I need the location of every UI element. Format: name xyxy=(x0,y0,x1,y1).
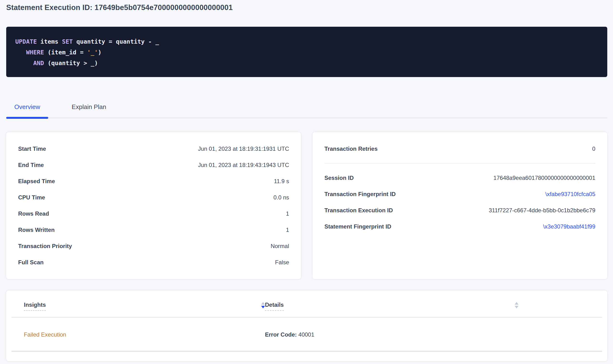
error-code-label: Error Code: xyxy=(265,331,297,338)
metric-row: Elapsed Time11.9 s xyxy=(18,173,289,189)
sql-token-plain: (item_id = xyxy=(44,49,87,56)
sql-line: AND (quantity > _) xyxy=(15,58,598,68)
column-header-insights[interactable]: Insights xyxy=(24,301,265,311)
metric-label: Elapsed Time xyxy=(18,178,55,185)
tab-explain-plan-label: Explain Plan xyxy=(72,103,106,110)
metric-row: Transaction Execution ID311f7227-c667-4d… xyxy=(324,202,595,219)
metric-row: Start TimeJun 01, 2023 at 18:19:31:1931 … xyxy=(18,141,289,157)
sort-down-arrow-icon xyxy=(261,306,265,308)
sql-statement-box: UPDATE items SET quantity = quantity - _… xyxy=(6,27,607,77)
sql-line: UPDATE items SET quantity = quantity - _ xyxy=(15,36,598,47)
sql-line: WHERE (item_id = '_') xyxy=(15,47,598,58)
error-code-value: 40001 xyxy=(297,331,314,338)
insight-details-cell: Error Code: 40001 xyxy=(265,331,519,338)
metric-label: Rows Written xyxy=(18,227,55,233)
sql-token-string: '_' xyxy=(87,49,98,56)
metric-value: 11.9 s xyxy=(274,178,289,185)
sql-token-plain xyxy=(15,49,26,56)
summary-cards-row: Start TimeJun 01, 2023 at 18:19:31:1931 … xyxy=(6,132,607,279)
column-header-details[interactable]: Details xyxy=(265,301,519,311)
metric-row: Rows Written1 xyxy=(18,222,289,238)
overview-metrics-card: Start TimeJun 01, 2023 at 18:19:31:1931 … xyxy=(6,132,301,279)
metric-label: Transaction Priority xyxy=(18,243,72,249)
metric-row: Session ID17648a9eea60178000000000000000… xyxy=(324,170,595,186)
metric-value: 311f7227-c667-4dde-b5bb-0c1b2bbe6c79 xyxy=(489,207,595,214)
sql-token-plain: ) xyxy=(98,49,101,56)
tab-overview[interactable]: Overview xyxy=(6,96,48,117)
insights-table-header: Insights Details xyxy=(12,290,602,317)
metric-label: Full Scan xyxy=(18,259,44,266)
metric-label: CPU Time xyxy=(18,194,45,201)
metric-label: Session ID xyxy=(324,175,354,181)
metric-row: Transaction PriorityNormal xyxy=(18,238,289,254)
card-divider xyxy=(324,163,595,164)
sql-token-plain xyxy=(15,60,33,66)
sort-up-arrow-icon xyxy=(261,302,265,305)
tab-explain-plan[interactable]: Explain Plan xyxy=(64,96,114,117)
metric-label: Transaction Fingerprint ID xyxy=(324,191,396,197)
metric-label: Rows Read xyxy=(18,210,49,217)
transaction-retries-row: Transaction Retries0 xyxy=(324,141,595,157)
metric-value: Jun 01, 2023 at 18:19:31:1931 UTC xyxy=(198,145,289,152)
sql-token-plain: items xyxy=(37,38,62,45)
tab-bar: Overview Explain Plan xyxy=(6,96,607,118)
metric-row: Transaction Retries0 xyxy=(324,141,595,157)
tab-overview-label: Overview xyxy=(14,103,40,110)
metric-label: End Time xyxy=(18,162,44,169)
sql-token-keyword: WHERE xyxy=(26,49,44,56)
metric-value: Jun 01, 2023 at 18:19:43:1943 UTC xyxy=(198,162,289,169)
sql-token-keyword: UPDATE xyxy=(15,38,37,45)
sort-icon[interactable] xyxy=(261,302,265,308)
metric-row: Transaction Fingerprint ID\xfabe93710fcf… xyxy=(324,186,595,202)
details-column-label[interactable]: Details xyxy=(265,301,284,311)
page-title: Statement Execution ID: 17649be5b0754e70… xyxy=(6,2,607,13)
insight-type-cell: Failed Execution xyxy=(24,331,265,338)
metric-value: 1 xyxy=(286,227,289,233)
metric-row: Statement Fingerprint ID\x3e3079baabf41f… xyxy=(324,219,595,235)
metric-value: 17648a9eea6017800000000000000001 xyxy=(493,175,595,181)
identifier-rows: Session ID17648a9eea60178000000000000000… xyxy=(324,170,595,235)
metric-row: Rows Read1 xyxy=(18,206,289,222)
statement-details-page: Statement Execution ID: 17649be5b0754e70… xyxy=(0,0,613,361)
metric-label: Start Time xyxy=(18,145,46,152)
metric-label: Statement Fingerprint ID xyxy=(324,223,391,230)
identifiers-card: Transaction Retries0 Session ID17648a9ee… xyxy=(312,132,607,279)
sql-token-keyword: SET xyxy=(62,38,73,45)
metric-value: 1 xyxy=(286,210,289,217)
metric-value: 0 xyxy=(592,145,595,152)
sort-up-arrow-icon xyxy=(515,302,519,305)
insights-table: Insights Details Failed ExecutionError C… xyxy=(6,290,607,361)
metric-label: Transaction Execution ID xyxy=(324,207,393,214)
metric-label: Transaction Retries xyxy=(324,145,378,152)
sql-token-keyword: AND xyxy=(33,60,44,66)
metric-row: Full ScanFalse xyxy=(18,254,289,271)
sort-down-arrow-icon xyxy=(515,306,519,308)
metric-row: CPU Time0.0 ns xyxy=(18,189,289,206)
row-divider xyxy=(12,351,602,351)
metric-row: End TimeJun 01, 2023 at 18:19:43:1943 UT… xyxy=(18,157,289,173)
insights-column-label[interactable]: Insights xyxy=(24,301,46,311)
metric-value: False xyxy=(275,259,289,266)
metric-value-link[interactable]: \xfabe93710fcfca05 xyxy=(546,191,596,197)
sql-token-plain: quantity = quantity - _ xyxy=(73,38,159,45)
overview-metrics-rows: Start TimeJun 01, 2023 at 18:19:31:1931 … xyxy=(18,141,289,271)
sort-icon[interactable] xyxy=(515,302,519,308)
insights-table-body: Failed ExecutionError Code: 40001 xyxy=(12,317,602,351)
metric-value: Normal xyxy=(271,243,289,249)
sql-token-plain: (quantity > _) xyxy=(44,60,98,66)
metric-value-link[interactable]: \x3e3079baabf41f99 xyxy=(543,223,595,230)
table-row: Failed ExecutionError Code: 40001 xyxy=(12,317,602,338)
metric-value: 0.0 ns xyxy=(274,194,289,201)
